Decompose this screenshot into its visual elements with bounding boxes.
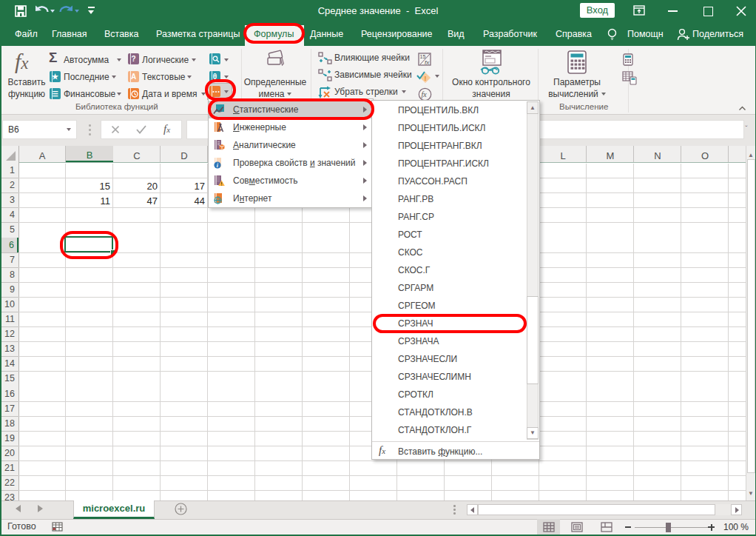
svg-text:15: 15: [420, 54, 426, 59]
svg-text:fx: fx: [425, 59, 430, 66]
svg-text:fx: fx: [422, 90, 428, 98]
svg-text:!: !: [425, 75, 427, 82]
